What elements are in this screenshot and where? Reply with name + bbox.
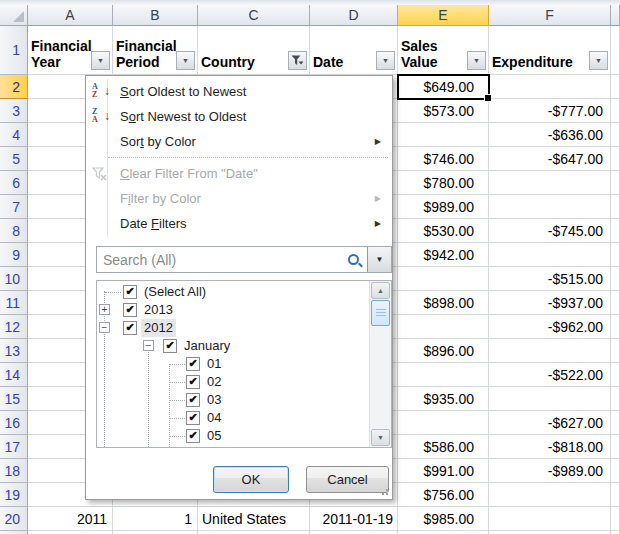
checkbox-select-all[interactable]: ✔ — [123, 285, 137, 299]
tree-item-label[interactable]: (Select All) — [141, 283, 209, 301]
menu-item-sort-by-color[interactable]: Sort by Color▶ — [87, 129, 391, 154]
cell-G15[interactable] — [611, 387, 620, 411]
checkbox-2012[interactable]: ✔ — [123, 321, 137, 335]
row-header-17[interactable]: 17 — [0, 435, 28, 459]
cell-G20[interactable] — [611, 507, 620, 531]
cell-F17[interactable]: -$818.00 — [489, 435, 611, 459]
row-header-16[interactable]: 16 — [0, 411, 28, 435]
checkbox-2013[interactable]: ✔ — [123, 303, 137, 317]
filter-dropdown-button-sales-value[interactable]: ▼ — [467, 51, 486, 70]
tree-item-select-all[interactable]: ✔(Select All) — [97, 283, 369, 301]
cell-C20[interactable]: United States — [198, 507, 310, 531]
cell-D20[interactable]: 2011-01-19 — [310, 507, 398, 531]
filter-dropdown-button-financial-period[interactable]: ▼ — [176, 51, 195, 70]
cell-E2[interactable]: $649.00 — [398, 75, 489, 99]
cell-E13[interactable]: $896.00 — [398, 339, 489, 363]
cell-F13[interactable] — [489, 339, 611, 363]
cell-F8[interactable]: -$745.00 — [489, 219, 611, 243]
filter-dropdown-button-date[interactable]: ▼ — [376, 51, 395, 70]
tree-item-label[interactable]: 02 — [204, 373, 224, 391]
cell-G8[interactable] — [611, 219, 620, 243]
cell-E12[interactable] — [398, 315, 489, 339]
row-header-1[interactable]: 1 — [0, 26, 28, 75]
tree-item-label[interactable]: 2013 — [141, 301, 176, 319]
row-header-8[interactable]: 8 — [0, 219, 28, 243]
cell-G12[interactable] — [611, 315, 620, 339]
tree-item-label[interactable]: 05 — [204, 427, 224, 445]
cell-F18[interactable]: -$989.00 — [489, 459, 611, 483]
expand-plus-icon[interactable]: + — [99, 304, 110, 315]
column-header-d[interactable]: D — [310, 5, 398, 26]
cell-G5[interactable] — [611, 147, 620, 171]
cell-F12[interactable]: -$962.00 — [489, 315, 611, 339]
checkbox-02[interactable]: ✔ — [186, 375, 200, 389]
checkbox-05[interactable]: ✔ — [186, 429, 200, 443]
checkbox-clipped[interactable] — [186, 447, 200, 448]
row-header-7[interactable]: 7 — [0, 195, 28, 219]
menu-item-date-filters[interactable]: Date Filters▶ — [87, 211, 391, 236]
filter-dropdown-button-expenditure[interactable]: ▼ — [589, 51, 608, 70]
cell-F16[interactable]: -$627.00 — [489, 411, 611, 435]
cell-F14[interactable]: -$522.00 — [489, 363, 611, 387]
column-header-cell-financial-year[interactable]: Financial Year ▼ — [28, 26, 113, 75]
cell-F19[interactable] — [489, 483, 611, 507]
cell-E18[interactable]: $991.00 — [398, 459, 489, 483]
cell-E11[interactable]: $898.00 — [398, 291, 489, 315]
select-all-corner[interactable] — [0, 5, 28, 26]
row-header-19[interactable]: 19 — [0, 483, 28, 507]
cell-G13[interactable] — [611, 339, 620, 363]
cell-G1[interactable] — [611, 26, 620, 75]
menu-item-sort-newest-to-oldest[interactable]: Sort Newest to OldestZA↓ — [87, 104, 391, 129]
row-header-10[interactable]: 10 — [0, 267, 28, 291]
cell-B20[interactable]: 1 — [113, 507, 198, 531]
collapse-minus-icon[interactable]: − — [99, 322, 110, 333]
cell-G6[interactable] — [611, 171, 620, 195]
tree-item-2013[interactable]: +✔2013 — [97, 301, 369, 319]
tree-item-2012[interactable]: −✔2012 — [97, 319, 369, 337]
cell-G17[interactable] — [611, 435, 620, 459]
tree-item-label[interactable]: January — [181, 337, 233, 355]
column-header-cell-expenditure[interactable]: Expenditure ▼ — [489, 26, 611, 75]
menu-item-sort-oldest-to-newest[interactable]: Sort Oldest to NewestAZ↓ — [87, 79, 391, 104]
cell-E17[interactable]: $586.00 — [398, 435, 489, 459]
row-header-15[interactable]: 15 — [0, 387, 28, 411]
cell-G16[interactable] — [611, 411, 620, 435]
cancel-button[interactable]: Cancel — [306, 466, 389, 493]
cell-E8[interactable]: $530.00 — [398, 219, 489, 243]
column-header-cell-sales-value[interactable]: Sales Value ▼ — [398, 26, 489, 75]
cell-F5[interactable]: -$647.00 — [489, 147, 611, 171]
row-header-4[interactable]: 4 — [0, 123, 28, 147]
row-header-11[interactable]: 11 — [0, 291, 28, 315]
column-header-cell-financial-period[interactable]: Financial Period ▼ — [113, 26, 198, 75]
cell-F2[interactable] — [489, 75, 611, 99]
tree-item-05[interactable]: ✔05 — [97, 427, 369, 445]
row-header-13[interactable]: 13 — [0, 339, 28, 363]
column-header-g[interactable] — [611, 5, 620, 26]
cell-G18[interactable] — [611, 459, 620, 483]
cell-E14[interactable] — [398, 363, 489, 387]
cell-F9[interactable] — [489, 243, 611, 267]
cell-E6[interactable]: $780.00 — [398, 171, 489, 195]
collapse-minus-icon[interactable]: − — [143, 340, 154, 351]
checkbox-january[interactable]: ✔ — [163, 339, 177, 353]
cell-A20[interactable]: 2011 — [28, 507, 113, 531]
cell-G14[interactable] — [611, 363, 620, 387]
tree-item-clipped[interactable] — [97, 445, 369, 448]
search-input[interactable] — [97, 247, 349, 272]
cell-G2[interactable] — [611, 75, 620, 99]
column-header-b[interactable]: B — [113, 5, 198, 26]
cell-G4[interactable] — [611, 123, 620, 147]
row-header-18[interactable]: 18 — [0, 459, 28, 483]
checkbox-01[interactable]: ✔ — [186, 357, 200, 371]
checkbox-03[interactable]: ✔ — [186, 393, 200, 407]
scroll-down-button[interactable]: ▼ — [371, 429, 390, 446]
column-header-f[interactable]: F — [489, 5, 611, 26]
tree-item-02[interactable]: ✔02 — [97, 373, 369, 391]
cell-F11[interactable]: -$937.00 — [489, 291, 611, 315]
row-header-14[interactable]: 14 — [0, 363, 28, 387]
tree-item-label[interactable]: 03 — [204, 391, 224, 409]
row-header-3[interactable]: 3 — [0, 99, 28, 123]
tree-item-label[interactable]: 2012 — [141, 319, 176, 337]
cell-E7[interactable]: $989.00 — [398, 195, 489, 219]
cell-F7[interactable] — [489, 195, 611, 219]
